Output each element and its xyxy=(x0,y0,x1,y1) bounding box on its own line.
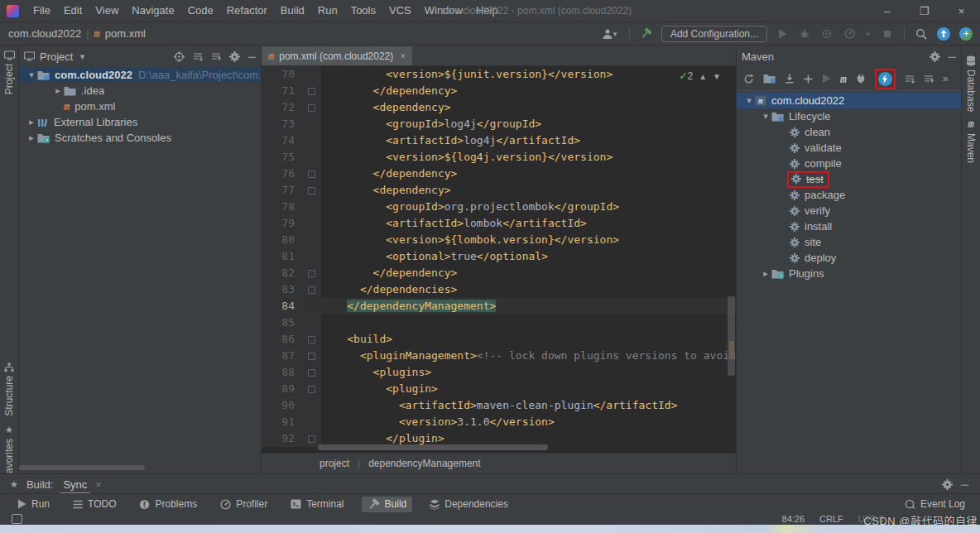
inspection-widget[interactable]: ✓2 ▲ ▼ xyxy=(679,70,721,82)
settings-gear-icon[interactable] xyxy=(229,51,240,62)
fold-marker-icon[interactable] xyxy=(301,265,321,281)
menu-run[interactable]: Run xyxy=(311,0,344,22)
offline-mode-icon[interactable] xyxy=(856,74,866,84)
minimize-button[interactable]: – xyxy=(868,0,906,22)
fold-marker-icon[interactable] xyxy=(301,281,321,298)
settings-gear-icon[interactable] xyxy=(930,51,940,62)
menu-navigate[interactable]: Navigate xyxy=(125,0,180,22)
sidebar-tab-project[interactable]: Project xyxy=(0,50,18,94)
fold-marker-icon[interactable] xyxy=(301,381,321,397)
fold-marker-icon[interactable] xyxy=(301,83,321,99)
settings-gear-icon[interactable] xyxy=(942,479,953,490)
execute-maven-goal-icon[interactable]: m xyxy=(840,73,847,85)
hide-panel-icon[interactable]: ─ xyxy=(949,50,956,63)
menu-vcs[interactable]: VCS xyxy=(382,0,418,22)
menu-refactor[interactable]: Refactor xyxy=(220,0,274,22)
chevron-down-icon[interactable]: ▾ xyxy=(26,70,37,80)
chevron-right-icon[interactable]: ▸ xyxy=(52,85,64,96)
tool-window-button-todo[interactable]: TODO xyxy=(67,497,122,512)
editor-vertical-scrollbar[interactable] xyxy=(728,296,735,376)
sidebar-tab-structure[interactable]: Structure xyxy=(0,363,18,416)
tool-window-layout-icon[interactable] xyxy=(12,514,22,524)
hide-panel-icon[interactable]: ─ xyxy=(961,478,968,491)
project-horizontal-scrollbar[interactable] xyxy=(19,465,145,470)
sidebar-tab-maven[interactable]: m Maven xyxy=(962,118,980,163)
chevron-down-icon[interactable]: ▾ xyxy=(76,51,88,62)
generate-sources-icon[interactable] xyxy=(763,74,776,84)
maven-goal-compile[interactable]: compile xyxy=(737,156,961,171)
user-icon[interactable]: ▾ xyxy=(598,26,620,41)
maven-goal-deploy[interactable]: deploy xyxy=(737,250,961,266)
menu-view[interactable]: View xyxy=(89,0,125,22)
breadcrumb-project-tag[interactable]: project xyxy=(319,458,349,469)
maven-goal-test[interactable]: test xyxy=(737,171,961,187)
maven-goal-package[interactable]: package xyxy=(737,187,961,203)
line-separator[interactable]: CRLF xyxy=(819,513,843,525)
code-editor[interactable]: 70<version>${junit.version}</version>71<… xyxy=(262,66,736,453)
expand-all-icon[interactable] xyxy=(193,51,203,61)
collapse-all-icon[interactable] xyxy=(924,74,934,84)
tool-window-button-problems[interactable]: Problems xyxy=(133,497,203,512)
fold-marker-icon[interactable] xyxy=(301,182,321,199)
expand-all-icon[interactable] xyxy=(905,74,915,84)
close-button[interactable]: × xyxy=(943,0,980,22)
next-problem-icon[interactable]: ▼ xyxy=(713,72,721,81)
maven-goal-install[interactable]: install xyxy=(737,218,961,234)
editor-tab-pomxml[interactable]: m pom.xml (com.cloud2022) × xyxy=(262,46,412,65)
project-tree-item-scratches-and-consoles[interactable]: ▸Scratches and Consoles xyxy=(19,130,261,146)
add-maven-project-icon[interactable] xyxy=(804,74,813,84)
fold-marker-icon[interactable] xyxy=(301,364,321,381)
chevron-right-icon[interactable]: ▸ xyxy=(26,132,37,143)
add-configuration-button[interactable]: Add Configuration... xyxy=(661,26,767,42)
locate-file-icon[interactable] xyxy=(174,51,185,62)
fold-marker-icon[interactable] xyxy=(301,166,321,182)
tool-window-button-build[interactable]: Build xyxy=(362,497,413,512)
menu-tools[interactable]: Tools xyxy=(344,0,382,22)
menu-code[interactable]: Code xyxy=(181,0,220,22)
restore-button[interactable]: ❐ xyxy=(906,0,943,22)
tool-window-button-profiler[interactable]: Profiler xyxy=(214,497,273,512)
maven-lifecycle-node[interactable]: ▾Lifecycle xyxy=(737,108,961,124)
collapse-all-icon[interactable] xyxy=(211,51,221,61)
fold-marker-icon[interactable] xyxy=(301,99,321,116)
project-tree-item-pom-xml[interactable]: mpom.xml xyxy=(19,98,261,114)
fold-marker-icon[interactable] xyxy=(301,348,321,364)
sidebar-tab-favorites[interactable]: ★ Favorites xyxy=(0,425,18,479)
maven-plugins-node[interactable]: ▸Plugins xyxy=(737,266,961,281)
reload-maven-projects-icon[interactable] xyxy=(743,74,754,84)
menu-build[interactable]: Build xyxy=(274,0,311,22)
prev-problem-icon[interactable]: ▲ xyxy=(699,72,707,81)
project-tree-item--idea[interactable]: ▸.idea xyxy=(19,83,261,98)
build-tab-sync[interactable]: Sync xyxy=(58,478,92,491)
chevron-down-icon[interactable]: ▾ xyxy=(864,26,872,41)
tool-window-button-dependencies[interactable]: Dependencies xyxy=(424,497,514,512)
maven-goal-verify[interactable]: verify xyxy=(737,203,961,218)
update-available-icon[interactable] xyxy=(936,26,951,41)
breadcrumb-file[interactable]: pom.xml xyxy=(105,27,146,40)
project-tree-item-external-libraries[interactable]: ▸External Libraries xyxy=(19,114,261,130)
code-with-me-icon[interactable] xyxy=(958,26,973,41)
maven-goal-validate[interactable]: validate xyxy=(737,140,961,156)
maven-project-root[interactable]: ▾mcom.cloud2022 xyxy=(737,93,961,108)
menu-edit[interactable]: Edit xyxy=(57,0,89,22)
more-actions-icon[interactable]: » xyxy=(943,73,949,84)
download-sources-icon[interactable] xyxy=(785,74,795,84)
skip-tests-icon[interactable] xyxy=(875,69,896,89)
build-hammer-icon[interactable] xyxy=(639,26,654,41)
tab-close-icon[interactable]: × xyxy=(400,50,406,62)
search-everywhere-icon[interactable] xyxy=(914,26,929,41)
menu-file[interactable]: File xyxy=(26,0,57,22)
chevron-down-icon[interactable]: ▾ xyxy=(743,95,755,106)
tool-window-button-terminal[interactable]: Terminal xyxy=(285,497,349,512)
sidebar-tab-database[interactable]: Database xyxy=(962,55,980,112)
fold-marker-icon[interactable] xyxy=(301,331,321,348)
hide-panel-icon[interactable]: ─ xyxy=(248,50,256,63)
chevron-down-icon[interactable]: ▾ xyxy=(760,111,771,122)
caret-position[interactable]: 84:26 xyxy=(782,513,805,525)
tool-window-button-run[interactable]: Run xyxy=(12,497,55,512)
breadcrumb-dependencymanagement-tag[interactable]: dependencyManagement xyxy=(368,458,480,469)
editor-horizontal-scrollbar[interactable] xyxy=(318,444,548,450)
maven-goal-clean[interactable]: clean xyxy=(737,124,961,140)
chevron-right-icon[interactable]: ▸ xyxy=(760,268,771,279)
chevron-right-icon[interactable]: ▸ xyxy=(26,117,37,127)
